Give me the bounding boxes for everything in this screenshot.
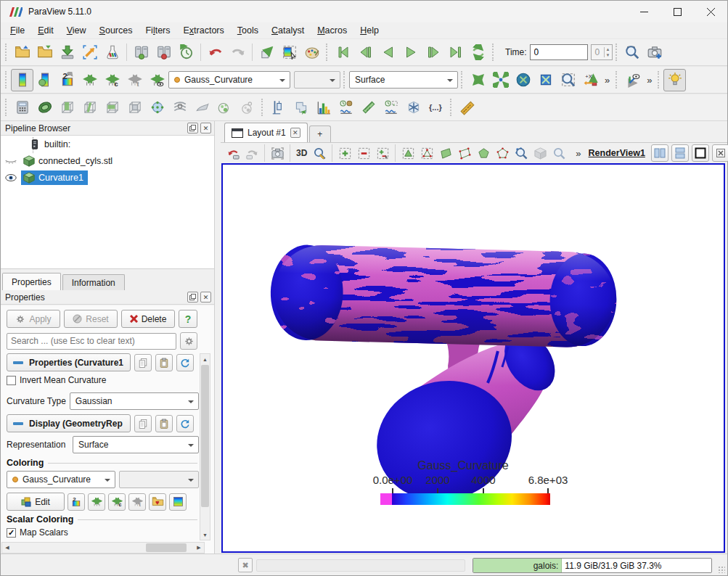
camera-undo-button[interactable] — [224, 144, 242, 162]
extract-selection-button[interactable] — [290, 96, 312, 119]
toolbar-grip[interactable] — [261, 99, 264, 116]
search-input[interactable] — [7, 333, 176, 350]
zoom-to-box-button[interactable] — [534, 69, 557, 91]
time-input[interactable] — [530, 44, 588, 60]
programmable-filter-button[interactable]: {...} — [425, 96, 447, 119]
favorites-preset-button[interactable]: ♥ — [149, 493, 166, 511]
vcr-loop-button[interactable] — [467, 41, 489, 64]
add-selection-button[interactable] — [335, 144, 354, 162]
menu-edit[interactable]: Edit — [31, 24, 60, 37]
toolbar-grip[interactable] — [326, 44, 329, 61]
toolbar-overflow-button[interactable]: » — [602, 75, 613, 86]
choose-preset-button[interactable] — [169, 493, 187, 511]
edit-colormap-panel-button[interactable]: Edit — [7, 493, 65, 511]
rescale-temporal-button[interactable]: t — [123, 69, 146, 91]
paste-properties-button[interactable] — [155, 354, 173, 371]
eye-closed-icon[interactable] — [1, 155, 21, 168]
server-disconnect-button[interactable] — [152, 41, 175, 64]
scroll-up-icon[interactable]: ▲ — [200, 354, 210, 364]
hover-cells-button[interactable] — [549, 144, 568, 162]
reset-button[interactable]: Reset — [64, 310, 118, 328]
vcr-prev-button[interactable] — [354, 41, 377, 64]
vcr-play-button[interactable] — [399, 41, 422, 64]
new-layout-tab[interactable]: + — [309, 126, 331, 142]
close-icon[interactable]: ✕ — [200, 123, 211, 133]
menu-help[interactable]: Help — [353, 24, 385, 37]
stream-tracer-button[interactable] — [168, 96, 191, 119]
select-block-button[interactable] — [531, 144, 549, 162]
save-state-button[interactable] — [33, 41, 56, 64]
separate-colormap-button[interactable]: 2 — [56, 69, 78, 91]
zoom-closest-button[interactable] — [489, 69, 512, 91]
component-combo[interactable] — [294, 71, 340, 89]
auto-apply-button[interactable] — [78, 41, 101, 64]
toolbar-grip[interactable] — [492, 44, 495, 61]
menu-tools[interactable]: Tools — [231, 24, 265, 37]
select-points-through-button[interactable] — [455, 144, 474, 162]
reset-camera-button[interactable] — [467, 69, 489, 91]
renderview-title[interactable]: RenderView1 — [589, 148, 645, 158]
toolbar-grip[interactable] — [5, 44, 8, 61]
section-display-button[interactable]: Display (GeometryRep — [7, 414, 131, 432]
clip-filter-button[interactable] — [56, 96, 78, 119]
scroll-down-icon[interactable]: ▼ — [200, 530, 210, 540]
probe-location-button[interactable] — [267, 96, 290, 119]
glyph-filter-button[interactable] — [146, 96, 168, 119]
menu-macros[interactable]: Macros — [311, 24, 353, 37]
scroll-left-icon[interactable]: ◀ — [2, 543, 12, 553]
minimize-button[interactable] — [627, 1, 660, 22]
rescale-data-range-button[interactable] — [78, 69, 101, 91]
light-kit-toggle-button[interactable] — [663, 69, 686, 91]
close-view-button[interactable] — [712, 144, 728, 162]
warp-filter-button[interactable] — [191, 96, 213, 119]
section-properties-button[interactable]: Properties (Curvature1 — [7, 353, 131, 371]
pipeline-item-curvature1[interactable]: Curvature1 — [1, 169, 214, 186]
slice-filter-button[interactable] — [78, 96, 101, 119]
toolbar-grip[interactable] — [343, 71, 346, 89]
close-button[interactable] — [694, 1, 727, 22]
pipeline-item-connected-cyls[interactable]: connected_cyls.stl — [1, 152, 214, 169]
reset-session-button[interactable] — [175, 41, 197, 64]
contour-filter-button[interactable] — [33, 96, 56, 119]
selection-extract-button[interactable] — [278, 41, 300, 64]
vcr-first-button[interactable] — [332, 41, 354, 64]
copy-properties-button[interactable] — [134, 354, 152, 371]
menu-extractors[interactable]: Extractors — [177, 24, 231, 37]
curvature-type-combo[interactable]: Gaussian — [70, 392, 199, 410]
camera-redo-button[interactable] — [242, 144, 261, 162]
scroll-right-icon[interactable]: ▶ — [194, 543, 204, 553]
invert-mean-curvature-checkbox[interactable] — [7, 376, 16, 385]
properties-horizontal-scrollbar[interactable]: ◀ ▶ — [1, 542, 205, 554]
vcr-next-button[interactable] — [422, 41, 444, 64]
toolbar-grip[interactable] — [615, 44, 618, 61]
representation-combo[interactable]: Surface — [349, 71, 458, 89]
undock-icon[interactable] — [187, 292, 198, 303]
color-legend-toggle-button[interactable] — [11, 69, 33, 91]
rescale-visible-button[interactable] — [146, 69, 168, 91]
menu-filters[interactable]: Filters — [139, 24, 176, 37]
select-points-on-button[interactable] — [417, 144, 436, 162]
select-cells-on-button[interactable] — [398, 144, 417, 162]
ungroup-button[interactable] — [236, 96, 258, 119]
rescale-custom-range-button[interactable]: c — [101, 69, 123, 91]
coloring-array-combo[interactable]: Gauss_Curvature — [7, 471, 115, 488]
tab-information[interactable]: Information — [62, 274, 125, 290]
interactive-select-points-button[interactable] — [512, 144, 531, 162]
render-viewport[interactable]: Gauss_Curvature 0.0e+00 2000 4000 6.8e+0… — [221, 163, 725, 553]
capture-screenshot-button[interactable] — [268, 144, 287, 162]
zoom-to-data-camera-button[interactable] — [621, 41, 644, 64]
color-palette-button[interactable] — [300, 41, 323, 64]
search-options-button[interactable] — [180, 332, 197, 350]
reset-display-button[interactable] — [176, 415, 194, 432]
undo-button[interactable] — [204, 41, 226, 64]
reset-camera-closest-button[interactable] — [512, 69, 534, 91]
separate-colormap-panel-button[interactable]: 2 — [68, 493, 85, 511]
zoom-to-selection-button[interactable] — [557, 69, 579, 91]
interaction-mode-3d-button[interactable]: 3D — [293, 144, 310, 162]
scroll-thumb[interactable] — [146, 543, 187, 552]
threshold-filter-button[interactable] — [101, 96, 123, 119]
array-combo[interactable]: Gauss_Curvature — [168, 71, 290, 89]
center-axes-toggle-button[interactable] — [621, 69, 644, 91]
camera-add-button[interactable] — [644, 41, 666, 64]
toolbar-grip[interactable] — [5, 99, 8, 116]
